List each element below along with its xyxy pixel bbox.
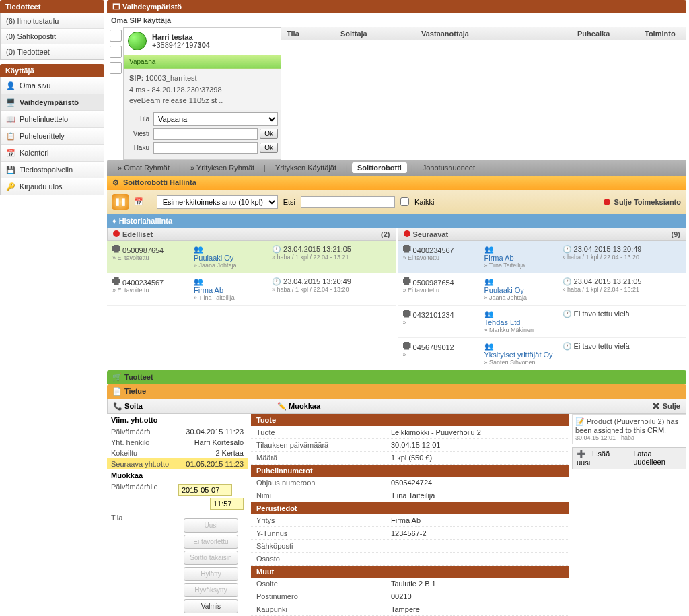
- close-button[interactable]: 🗙Sulje: [653, 402, 680, 410]
- history-icon: ♦: [112, 217, 116, 225]
- switch-icon: 🖥️: [6, 98, 15, 107]
- nav-ilmoitustaulu[interactable]: (6) Ilmoitustaulu: [1, 13, 104, 29]
- phone-icon: 📞: [113, 402, 122, 411]
- search-input[interactable]: [301, 196, 395, 208]
- tila-btn-valmis[interactable]: Valmis: [184, 599, 238, 613]
- nav-tiedostopalvelin[interactable]: 💾Tiedostopalvelin: [1, 162, 104, 178]
- calendar-icon: 📅: [6, 148, 15, 158]
- tila-btn-hyväksytty[interactable]: Hyväksytty: [184, 583, 238, 597]
- sip-number: +3589424197304: [152, 41, 210, 49]
- robo-toolbar: ❚❚ 📅 - Esimerkkitoimeksianto (10 kpl) Et…: [107, 190, 686, 214]
- close-icon: 🗙: [653, 402, 660, 410]
- tila-btn-hylätty[interactable]: Hylätty: [184, 567, 238, 581]
- env-header: 🗔 Vaihdeympäristö: [107, 0, 686, 13]
- gear-icon: ⚙: [112, 178, 119, 187]
- phone-icon: [403, 310, 411, 318]
- org-icon: 👥: [484, 245, 494, 253]
- phone-icon: [403, 342, 411, 350]
- tab-yrityksen-ryhmat[interactable]: » Yrityksen Ryhmät: [185, 162, 260, 173]
- book-icon: 📖: [6, 114, 15, 124]
- call-table-head: Tila Soittaja Vastaanottaja Puheaika Toi…: [281, 27, 686, 40]
- close-icon: [604, 199, 610, 205]
- prev-call-row[interactable]: 0500987654» Ei tavoitettu 👥Puulaaki Oy» …: [107, 241, 396, 273]
- close-assignment[interactable]: Sulje Toimeksianto: [614, 198, 681, 206]
- time-input[interactable]: [210, 498, 244, 510]
- next-call-row[interactable]: 0456789012» 👥Yksityiset yrittäjät Oy» Sa…: [398, 338, 687, 370]
- org-icon: 👥: [484, 310, 494, 318]
- org-icon: 👥: [194, 277, 203, 285]
- tila-btn-soitto-takaisin[interactable]: Soitto takaisin: [184, 551, 238, 565]
- soita-header: Soita: [124, 402, 143, 410]
- reload-icon[interactable]: [110, 62, 122, 74]
- next-call-row[interactable]: 0500987654» Ei tavoitettu 👥Puulaaki Oy» …: [398, 273, 687, 306]
- sip-title: Oma SIP käyttäjä: [107, 13, 686, 27]
- nav-kalenteri[interactable]: 📅Kalenteri: [1, 145, 104, 162]
- muut-hdr: Muut: [251, 566, 569, 578]
- next-call-row[interactable]: 0432101234» 👥Tehdas Ltd» Markku Mäkinen …: [398, 306, 687, 338]
- prev-call-row[interactable]: 0400234567» Ei tavoitettu 👥Firma Ab» Tii…: [107, 273, 396, 306]
- nav-kirjaudu-ulos[interactable]: 🔑Kirjaudu ulos: [1, 178, 104, 195]
- clock-icon: 🕐: [563, 277, 572, 285]
- tab-soittorobotti[interactable]: Soittorobotti: [352, 162, 407, 173]
- reload-button[interactable]: Lataa uudelleen: [629, 448, 686, 469]
- phone-icon: [403, 245, 411, 253]
- haku-ok[interactable]: Ok: [260, 143, 278, 153]
- tiedotteet-list: (6) Ilmoitustaulu (0) Sähköpostit (0) Ti…: [0, 13, 104, 60]
- clock-icon: 🕐: [563, 310, 572, 318]
- nav-tiedotteet[interactable]: (0) Tiedotteet: [1, 44, 104, 59]
- viim-yht-header: Viim. yht.otto: [107, 414, 248, 426]
- seuraavat-header: Seuraavat(9): [398, 228, 687, 241]
- cart-icon: 🛒: [112, 373, 122, 382]
- nav-puhelinluettelo[interactable]: 📖Puhelinluettelo: [1, 111, 104, 128]
- tab-omat-ryhmat[interactable]: » Omat Ryhmät: [112, 162, 175, 173]
- clock-icon: 🕐: [272, 245, 281, 253]
- nav-vaihdeymparisto[interactable]: 🖥️Vaihdeympäristö: [1, 94, 104, 111]
- nav-sahkopostit[interactable]: (0) Sähköpostit: [1, 29, 104, 44]
- haku-input[interactable]: [153, 142, 258, 154]
- org-icon: 👥: [194, 245, 203, 253]
- viesti-ok[interactable]: Ok: [260, 129, 278, 139]
- phone-icon[interactable]: [110, 30, 122, 42]
- tietue-header[interactable]: 📄Tietue: [107, 384, 686, 399]
- list-icon: 📋: [6, 131, 15, 141]
- clock-icon: 🕐: [563, 342, 572, 350]
- nav-puheluerittely[interactable]: 📋Puheluerittely: [1, 128, 104, 145]
- tab-yrityksen-kayttajat[interactable]: Yrityksen Käyttäjät: [270, 162, 342, 173]
- note-icon: 📝: [575, 417, 585, 425]
- next-call-row[interactable]: 0400234567» Ei tavoitettu 👥Firma Ab» Tii…: [398, 241, 687, 273]
- presence-icon: [128, 32, 147, 50]
- tiedotteet-header: Tiedotteet: [0, 0, 104, 13]
- history-header: ♦Historiahallinta: [107, 214, 686, 228]
- phone-icon: [112, 277, 120, 285]
- logout-icon: 🔑: [6, 182, 15, 191]
- date-input[interactable]: [178, 484, 232, 496]
- sip-status: Vapaana: [124, 55, 281, 69]
- tila-select[interactable]: Vapaana: [153, 112, 278, 126]
- add-new-button[interactable]: ➕ Lisää uusi: [573, 448, 629, 469]
- viesti-input[interactable]: [153, 128, 258, 140]
- haku-label: Haku: [126, 144, 153, 151]
- tuote-hdr: Tuote: [251, 414, 569, 426]
- kaikki-checkbox[interactable]: [400, 197, 409, 206]
- assignment-select[interactable]: Esimerkkitoimeksianto (10 kpl): [157, 195, 278, 209]
- muokkaa-sub: Muokkaa: [107, 469, 248, 481]
- tila-btn-ei-tavoitettu[interactable]: Ei tavoitettu: [184, 535, 238, 549]
- user-icon: 👤: [6, 81, 15, 90]
- viesti-label: Viesti: [126, 130, 153, 137]
- tabs-bar: » Omat Ryhmät| » Yrityksen Ryhmät| Yrity…: [107, 160, 686, 176]
- robo-header: ⚙Soittorobotti Hallinta: [107, 176, 686, 190]
- notification: 📝 Product (Puuverhoilu 2) has been assig…: [572, 414, 686, 444]
- calendar-icon[interactable]: 📅: [134, 197, 143, 206]
- kaikki-label: Kaikki: [414, 198, 434, 206]
- tila-label: Tila: [126, 115, 153, 123]
- tuotteet-header[interactable]: 🛒Tuotteet: [107, 370, 686, 384]
- org-icon: 👥: [484, 277, 494, 285]
- pause-button[interactable]: ❚❚: [112, 194, 129, 210]
- edit-icon: ✏️: [277, 402, 287, 411]
- tila-btn-uusi[interactable]: Uusi: [184, 518, 238, 533]
- edit-icon[interactable]: [110, 46, 122, 58]
- sip-info: SIP: 10003_harritest 4 ms - 84.20.128.23…: [124, 69, 281, 110]
- muokkaa-header: Muokkaa: [289, 402, 320, 410]
- tab-jonotushuoneet[interactable]: Jonotushuoneet: [417, 162, 480, 173]
- nav-oma-sivu[interactable]: 👤Oma sivu: [1, 77, 104, 94]
